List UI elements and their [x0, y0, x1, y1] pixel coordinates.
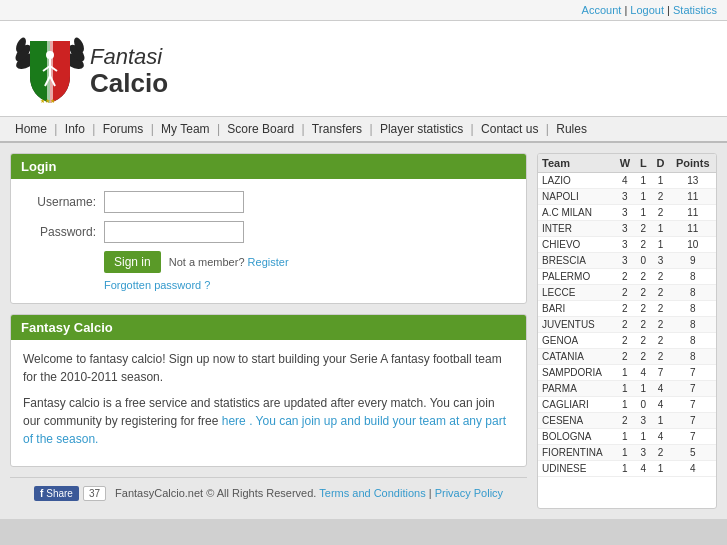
team-name: BOLOGNA	[538, 429, 615, 445]
sign-in-button[interactable]: Sign in	[104, 251, 161, 273]
password-row: Password:	[26, 221, 511, 243]
team-l: 3	[635, 413, 651, 429]
table-row: PARMA 1 1 4 7	[538, 381, 716, 397]
team-name: UDINESE	[538, 461, 615, 477]
account-link[interactable]: Account	[582, 4, 622, 16]
logo-fantasi: Fantasi	[90, 45, 168, 69]
team-l: 1	[635, 189, 651, 205]
fantasy-para-2: Fantasy calcio is a free service and sta…	[23, 394, 514, 448]
team-w: 1	[615, 397, 636, 413]
facebook-count: 37	[83, 486, 106, 501]
nav-player-statistics[interactable]: Player statistics	[380, 122, 463, 136]
team-name: BRESCIA	[538, 253, 615, 269]
nav-rules[interactable]: Rules	[556, 122, 587, 136]
logo-text: Fantasi Calcio	[90, 45, 168, 98]
team-d: 4	[652, 429, 670, 445]
table-row: GENOA 2 2 2 8	[538, 333, 716, 349]
nav-score-board[interactable]: Score Board	[227, 122, 294, 136]
nav-transfers[interactable]: Transfers	[312, 122, 362, 136]
team-d: 1	[652, 413, 670, 429]
team-name: GENOA	[538, 333, 615, 349]
team-name: NAPOLI	[538, 189, 615, 205]
table-row: LECCE 2 2 2 8	[538, 285, 716, 301]
team-w: 4	[615, 173, 636, 189]
team-name: CATANIA	[538, 349, 615, 365]
team-w: 2	[615, 317, 636, 333]
logo-area: ★★★ Fantasi Calcio	[15, 31, 168, 111]
team-w: 1	[615, 461, 636, 477]
nav-forums[interactable]: Forums	[103, 122, 144, 136]
team-pts: 9	[669, 253, 716, 269]
team-w: 2	[615, 333, 636, 349]
team-name: LECCE	[538, 285, 615, 301]
team-l: 1	[635, 173, 651, 189]
team-pts: 7	[669, 429, 716, 445]
team-l: 2	[635, 221, 651, 237]
nav-info[interactable]: Info	[65, 122, 85, 136]
table-row: SAMPDORIA 1 4 7 7	[538, 365, 716, 381]
team-w: 3	[615, 205, 636, 221]
team-l: 1	[635, 429, 651, 445]
team-l: 1	[635, 381, 651, 397]
not-member-text: Not a member? Register	[169, 256, 289, 268]
table-row: UDINESE 1 4 1 4	[538, 461, 716, 477]
terms-link[interactable]: Terms and Conditions	[319, 487, 425, 499]
team-name: CHIEVO	[538, 237, 615, 253]
team-d: 2	[652, 445, 670, 461]
team-pts: 5	[669, 445, 716, 461]
logo-icon: ★★★	[15, 31, 85, 111]
table-row: JUVENTUS 2 2 2 8	[538, 317, 716, 333]
register-link[interactable]: Register	[248, 256, 289, 268]
facebook-share: f Share 37	[34, 486, 106, 501]
team-name: A.C MILAN	[538, 205, 615, 221]
team-w: 1	[615, 365, 636, 381]
team-d: 2	[652, 269, 670, 285]
facebook-share-button[interactable]: f Share	[34, 486, 79, 501]
password-label: Password:	[26, 225, 96, 239]
facebook-icon: f	[40, 488, 43, 499]
privacy-link[interactable]: Privacy Policy	[435, 487, 503, 499]
register-here-link[interactable]: here	[222, 414, 246, 428]
login-box: Login Username: Password: Sign in Not a …	[10, 153, 527, 304]
logo-calcio: Calcio	[90, 69, 168, 98]
team-l: 2	[635, 333, 651, 349]
forgotten-password-row: Forgotten password ?	[104, 279, 511, 291]
team-pts: 11	[669, 189, 716, 205]
nav-contact-us[interactable]: Contact us	[481, 122, 538, 136]
password-input[interactable]	[104, 221, 244, 243]
col-d: D	[652, 154, 670, 173]
username-input[interactable]	[104, 191, 244, 213]
team-pts: 7	[669, 413, 716, 429]
team-d: 2	[652, 317, 670, 333]
main-content: Login Username: Password: Sign in Not a …	[0, 143, 727, 519]
team-name: CAGLIARI	[538, 397, 615, 413]
col-team: Team	[538, 154, 615, 173]
forgotten-password-link[interactable]: Forgotten password ?	[104, 279, 210, 291]
team-d: 1	[652, 221, 670, 237]
team-name: FIORENTINA	[538, 445, 615, 461]
nav-home[interactable]: Home	[15, 122, 47, 136]
nav-my-team[interactable]: My Team	[161, 122, 209, 136]
team-d: 2	[652, 205, 670, 221]
team-w: 2	[615, 301, 636, 317]
login-box-body: Username: Password: Sign in Not a member…	[11, 179, 526, 303]
team-l: 2	[635, 269, 651, 285]
team-name: PARMA	[538, 381, 615, 397]
fantasy-box: Fantasy Calcio Welcome to fantasy calcio…	[10, 314, 527, 467]
table-row: BRESCIA 3 0 3 9	[538, 253, 716, 269]
logout-link[interactable]: Logout	[630, 4, 664, 16]
team-d: 2	[652, 349, 670, 365]
team-pts: 8	[669, 333, 716, 349]
team-l: 1	[635, 205, 651, 221]
team-w: 2	[615, 349, 636, 365]
team-l: 4	[635, 461, 651, 477]
team-name: JUVENTUS	[538, 317, 615, 333]
table-row: PALERMO 2 2 2 8	[538, 269, 716, 285]
statistics-link[interactable]: Statistics	[673, 4, 717, 16]
table-row: FIORENTINA 1 3 2 5	[538, 445, 716, 461]
team-d: 1	[652, 237, 670, 253]
team-pts: 7	[669, 365, 716, 381]
team-w: 3	[615, 237, 636, 253]
team-l: 3	[635, 445, 651, 461]
col-w: W	[615, 154, 636, 173]
